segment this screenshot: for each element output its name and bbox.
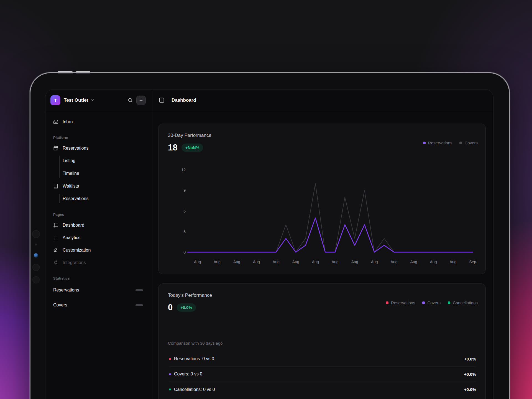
- legend-label: Cancellations: [453, 300, 478, 305]
- metric-change: +0.0%: [464, 357, 476, 361]
- paintbrush-icon: [53, 247, 58, 253]
- sidebar-subitem-listing[interactable]: Listing: [50, 154, 146, 167]
- legend-label: Reservations: [428, 140, 452, 145]
- legend-item-reservations: Reservations: [386, 300, 415, 305]
- sidebar-subitem-timeline[interactable]: Timeline: [50, 167, 146, 180]
- section-label-pages: Pages: [53, 213, 143, 217]
- statistic-reservations[interactable]: Reservations: [50, 283, 146, 298]
- x-axis-tick: Aug: [233, 260, 240, 264]
- metric-dot: [169, 388, 171, 390]
- section-label-platform: Platform: [53, 135, 143, 140]
- sidebar-item-label: Dashboard: [63, 223, 84, 228]
- workspace-name[interactable]: Test Outlet: [64, 98, 88, 103]
- calendar-icon: [53, 145, 58, 151]
- legend-label: Covers: [464, 140, 478, 145]
- x-axis-tick: Aug: [371, 260, 378, 264]
- sidebar-item-reservations[interactable]: Reservations: [50, 142, 146, 154]
- chevron-down-icon[interactable]: [90, 98, 94, 102]
- legend-marker: [422, 301, 425, 304]
- camera-lens: [32, 230, 40, 238]
- metric-label: Cancellations: 0 vs 0: [174, 387, 215, 392]
- metric-label: Reservations: 0 vs 0: [174, 356, 214, 361]
- volume-button: [76, 71, 90, 73]
- card-title: 30-Day Performance: [168, 133, 211, 138]
- camera-lens: [32, 276, 40, 283]
- page-title: Dashboard: [172, 98, 196, 103]
- sidebar-item-waitlists[interactable]: Waitlists: [50, 180, 146, 192]
- sidebar-subitem-reservations[interactable]: Reservations: [50, 192, 146, 205]
- sidebar-item-analytics[interactable]: Analytics: [50, 231, 146, 244]
- legend-marker: [423, 142, 426, 144]
- camera-lens: [32, 264, 40, 271]
- book-icon: [53, 183, 58, 189]
- thirty-day-performance-card: 30-Day Performance 18 +NaN% Reservations…: [158, 124, 486, 274]
- add-button[interactable]: [136, 96, 146, 105]
- x-axis-tick: Aug: [351, 260, 358, 264]
- y-axis-tick: 9: [183, 188, 186, 193]
- x-axis-tick: Aug: [253, 260, 260, 264]
- sidebar-item-dashboard[interactable]: Dashboard: [50, 219, 146, 231]
- y-axis-tick: 3: [183, 229, 186, 234]
- volume-button: [58, 71, 73, 73]
- main-area: Dashboard 30-Day Performance 18 +NaN% Re…: [151, 89, 493, 399]
- x-axis-tick: Aug: [332, 260, 339, 264]
- camera-mic-dot: [35, 244, 37, 245]
- legend-item-covers: Covers: [422, 300, 441, 305]
- x-axis-tick: Aug: [449, 260, 456, 264]
- search-icon[interactable]: [125, 95, 135, 105]
- content: 30-Day Performance 18 +NaN% Reservations…: [158, 124, 486, 399]
- today-performance-card: Today's Performance 0 +0.0% Reservations…: [158, 283, 486, 399]
- metric-dot: [169, 358, 171, 360]
- metric-label: Covers: 0 vs 0: [174, 372, 202, 377]
- x-axis-tick: Aug: [410, 260, 417, 264]
- x-axis-tick: Aug: [194, 260, 201, 264]
- sidebar-nav: InboxPlatformReservationsListingTimeline…: [45, 111, 151, 313]
- workspace-avatar[interactable]: T: [50, 95, 60, 105]
- metric-change: +0.0%: [464, 387, 476, 392]
- legend-item-reservations: Reservations: [423, 140, 452, 145]
- sidebar-item-label: Analytics: [63, 235, 80, 240]
- y-axis-tick: 6: [183, 209, 186, 213]
- legend-marker: [386, 301, 388, 304]
- legend-item-cancellations: Cancellations: [448, 300, 478, 305]
- legend-marker: [448, 301, 450, 304]
- performance-line-chart: 036912AugAugAugAugAugAugAugAugAugAugAugA…: [158, 124, 486, 274]
- tablet-device: T Test Outlet InboxPlatformReservationsL…: [30, 73, 509, 399]
- sidebar-item-label: Reservations: [63, 146, 88, 151]
- metric-dot: [169, 373, 171, 375]
- frame-icon: [53, 222, 58, 228]
- x-axis-tick: Aug: [292, 260, 299, 264]
- metric-change: +0.0%: [464, 372, 476, 377]
- statistic-label: Reservations: [53, 288, 79, 293]
- comparison-row: Covers: 0 vs 0+0.0%: [169, 367, 476, 382]
- sidebar-item-integrations: Integrations: [50, 256, 146, 269]
- comparison-row: Reservations: 0 vs 0+0.0%: [169, 351, 476, 367]
- sidebar: T Test Outlet InboxPlatformReservationsL…: [45, 89, 151, 399]
- inbox-icon: [53, 119, 58, 124]
- sidebar-item-customization[interactable]: Customization: [50, 244, 146, 256]
- statistic-covers[interactable]: Covers: [50, 298, 146, 313]
- comparison-row: Cancellations: 0 vs 0+0.0%: [169, 382, 476, 397]
- sidebar-item-label: Waitlists: [63, 184, 79, 189]
- sidebar-subgroup: Reservations: [50, 192, 146, 205]
- value-skeleton: [135, 304, 143, 306]
- y-axis-tick: 12: [181, 168, 186, 172]
- legend-item-covers: Covers: [459, 140, 478, 145]
- panel-toggle-icon[interactable]: [159, 97, 165, 103]
- legend-label: Reservations: [391, 300, 415, 305]
- series-line-reservations: [188, 218, 473, 252]
- bar-chart-icon: [53, 235, 58, 240]
- workspace-row: T Test Outlet: [45, 89, 151, 111]
- x-axis-tick: Aug: [214, 260, 221, 264]
- sidebar-item-label: Customization: [63, 248, 91, 253]
- x-axis-tick: Aug: [391, 260, 398, 264]
- chart-legend: ReservationsCoversCancellations: [386, 300, 478, 305]
- sidebar-item-inbox[interactable]: Inbox: [50, 116, 146, 128]
- sidebar-subgroup: ListingTimeline: [50, 154, 146, 180]
- chart-legend: ReservationsCovers: [423, 140, 478, 145]
- x-axis-tick: Aug: [273, 260, 280, 264]
- x-axis-tick: Aug: [312, 260, 319, 264]
- section-label-statistics: Statistics: [53, 276, 143, 280]
- comparison-rows: Reservations: 0 vs 0+0.0%Covers: 0 vs 0+…: [169, 351, 476, 397]
- value-skeleton: [135, 289, 143, 291]
